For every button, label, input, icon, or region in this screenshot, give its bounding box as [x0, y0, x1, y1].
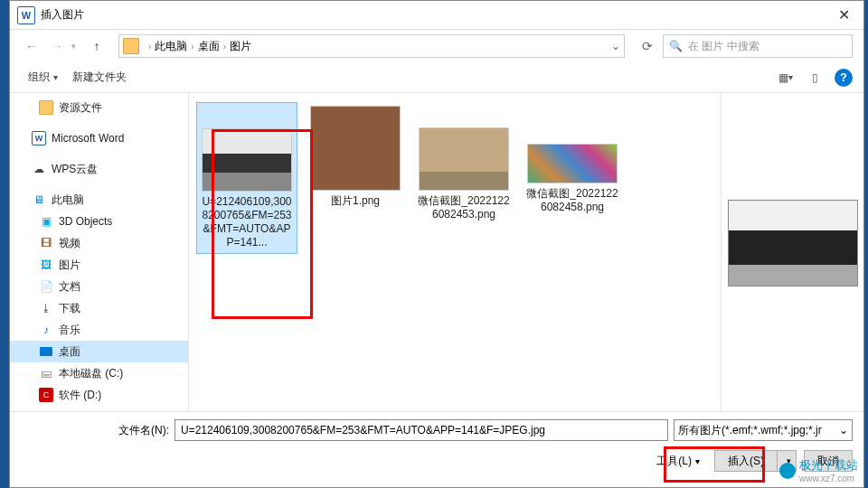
preview-image [728, 200, 858, 286]
sidebar-item-resources[interactable]: 资源文件 [10, 97, 188, 118]
sidebar: 资源文件 WMicrosoft Word ☁WPS云盘 🖥此电脑 ▣3D Obj… [10, 93, 189, 411]
chevron-down-icon: ⌄ [839, 424, 848, 436]
disk-icon: C [39, 388, 53, 402]
word-icon: W [32, 131, 46, 145]
file-label: 图片1.png [331, 194, 380, 208]
doc-icon: 📄 [39, 279, 53, 294]
filename-input[interactable] [175, 419, 668, 441]
disk-icon: 🖴 [39, 366, 53, 380]
body-area: 资源文件 WMicrosoft Word ☁WPS云盘 🖥此电脑 ▣3D Obj… [10, 93, 863, 411]
file-label: 微信截图_20221226082453.png [417, 194, 511, 221]
breadcrumb[interactable]: › 此电脑 › 桌面 › 图片 ⌄ [118, 34, 625, 58]
annotation-box [664, 446, 765, 483]
up-button[interactable]: ↑ [86, 35, 108, 57]
view-options-button[interactable]: ▦ [773, 67, 798, 89]
filter-select[interactable]: 所有图片(*.emf;*.wmf;*.jpg;*.jr⌄ [674, 419, 853, 441]
forward-button[interactable]: → [46, 35, 68, 57]
download-icon: ⭳ [39, 301, 53, 315]
search-input[interactable]: 🔍 在 图片 中搜索 [663, 34, 853, 58]
insert-picture-dialog: W 插入图片 ✕ ← → ▾ ↑ › 此电脑 › 桌面 › 图片 ⌄ ⟳ 🔍 在… [9, 0, 864, 488]
sidebar-item-disk-c[interactable]: 🖴本地磁盘 (C:) [10, 362, 188, 384]
picture-icon: 🖼 [39, 258, 53, 272]
back-button[interactable]: ← [21, 35, 42, 57]
sidebar-item-disk-d[interactable]: C软件 (D:) [10, 384, 188, 406]
preview-pane-button[interactable]: ▯ [802, 67, 827, 89]
filename-row: 文件名(N): 所有图片(*.emf;*.wmf;*.jpg;*.jr⌄ [118, 419, 853, 441]
refresh-button[interactable]: ⟳ [636, 34, 659, 58]
file-area[interactable]: U=212406109,3008200765&FM=253&FMT=AUTO&A… [189, 93, 721, 411]
file-item[interactable]: 微信截图_20221226082458.png [522, 102, 623, 218]
nav-row: ← → ▾ ↑ › 此电脑 › 桌面 › 图片 ⌄ ⟳ 🔍 在 图片 中搜索 [10, 30, 863, 62]
search-icon: 🔍 [669, 40, 683, 52]
history-dropdown[interactable]: ▾ [71, 42, 82, 51]
sidebar-item-word[interactable]: WMicrosoft Word [10, 127, 188, 149]
thumbnail [419, 127, 509, 191]
close-button[interactable]: ✕ [824, 2, 863, 29]
file-label: 微信截图_20221226082458.png [525, 187, 619, 214]
bottom-area: 文件名(N): 所有图片(*.emf;*.wmf;*.jpg;*.jr⌄ 工具(… [10, 411, 863, 487]
sidebar-item-video[interactable]: 🎞视频 [10, 232, 188, 254]
chevron-right-icon: › [191, 42, 193, 52]
logo-icon [779, 463, 796, 479]
desktop-icon [39, 344, 53, 359]
help-button[interactable]: ? [835, 69, 853, 87]
sidebar-item-downloads[interactable]: ⭳下载 [10, 297, 188, 319]
folder-icon [123, 38, 139, 54]
pc-icon: 🖥 [32, 192, 46, 207]
sidebar-item-pictures[interactable]: 🖼图片 [10, 254, 188, 276]
organize-button[interactable]: 组织 [21, 67, 65, 89]
file-item[interactable]: 图片1.png [305, 102, 406, 211]
chevron-right-icon: › [148, 42, 151, 52]
sidebar-item-wps[interactable]: ☁WPS云盘 [10, 158, 188, 180]
folder-icon [39, 100, 53, 115]
titlebar: W 插入图片 ✕ [10, 1, 863, 30]
sidebar-item-music[interactable]: ♪音乐 [10, 319, 188, 341]
sidebar-item-pc[interactable]: 🖥此电脑 [10, 189, 188, 211]
watermark: 极光下载站 www.xz7.com [779, 457, 858, 483]
thumbnail [527, 144, 618, 183]
cube-icon: ▣ [39, 214, 53, 229]
search-placeholder: 在 图片 中搜索 [688, 39, 760, 54]
video-icon: 🎞 [39, 236, 53, 250]
chevron-right-icon: › [223, 42, 226, 52]
dialog-title: 插入图片 [41, 7, 824, 23]
filename-label: 文件名(N): [118, 423, 169, 438]
breadcrumb-part[interactable]: 桌面 [198, 39, 220, 54]
new-folder-button[interactable]: 新建文件夹 [65, 67, 134, 89]
annotation-box [212, 129, 313, 319]
sidebar-item-desktop[interactable]: 桌面 [10, 341, 188, 362]
toolbar: 组织 新建文件夹 ▦ ▯ ? [10, 62, 863, 93]
chevron-down-icon[interactable]: ⌄ [611, 40, 620, 52]
music-icon: ♪ [39, 323, 53, 337]
thumbnail [310, 106, 401, 191]
preview-pane [721, 93, 863, 411]
word-icon: W [17, 6, 35, 24]
sidebar-item-3d[interactable]: ▣3D Objects [10, 211, 188, 232]
cloud-icon: ☁ [32, 162, 46, 176]
file-item[interactable]: 微信截图_20221226082453.png [413, 102, 514, 225]
sidebar-item-documents[interactable]: 📄文档 [10, 276, 188, 297]
breadcrumb-part[interactable]: 图片 [230, 39, 251, 54]
breadcrumb-part[interactable]: 此电脑 [155, 39, 187, 54]
